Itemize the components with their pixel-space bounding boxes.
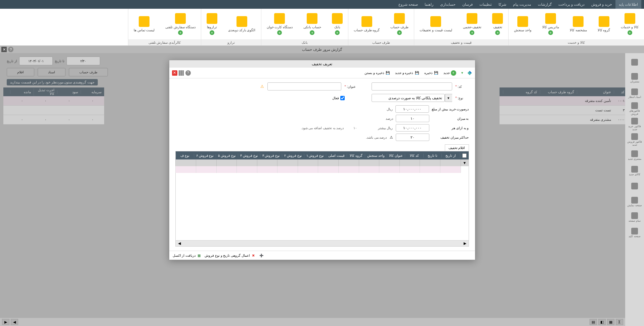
from-date-input[interactable] [19, 57, 53, 65]
ribbon-item[interactable]: بانک+ [327, 9, 348, 39]
menu-item[interactable]: تنظیمات [476, 0, 495, 9]
status-btn[interactable]: ▦ [607, 319, 614, 325]
to-date-input[interactable] [67, 57, 100, 65]
type-value[interactable] [372, 94, 445, 102]
sidebar-item[interactable]: فاکتور خرید جدید [627, 117, 643, 132]
grid-column-header[interactable]: از تاریخ [441, 154, 460, 157]
status-btn[interactable]: Σ [616, 319, 623, 325]
menu-item[interactable]: حسابداری [437, 0, 459, 9]
filter-icon[interactable]: ▼ [461, 159, 469, 166]
sidebar-item[interactable]: تمام صفحه [627, 210, 643, 225]
plus-icon[interactable]: + [277, 30, 282, 35]
ribbon-item[interactable]: گروه طرف حساب [348, 9, 385, 39]
sidebar-item[interactable]: اسناد انتظار [627, 86, 643, 101]
ribbon-item[interactable]: ترازوها+ [201, 9, 223, 39]
ribbon-item[interactable]: الگوی بارکد دوبعدی [223, 9, 261, 39]
new-button[interactable]: +جدید [442, 69, 458, 77]
apply-group-button[interactable]: ✖ اعمال گروهی تاریخ و نوع فروش [205, 253, 256, 258]
ribbon-item[interactable]: لیست تماس ها [128, 9, 160, 39]
ribbon-item[interactable]: تخفیف حجمی+ [458, 9, 487, 39]
amount-input[interactable] [395, 105, 429, 113]
ribbon-item[interactable]: طرف حساب+ [385, 9, 414, 39]
plus-icon[interactable]: + [178, 30, 183, 35]
chevron-down-icon[interactable]: ▾ [460, 70, 465, 76]
plus-icon[interactable]: + [628, 30, 632, 35]
status-btn[interactable]: ◀ [11, 319, 18, 325]
grid-column-header[interactable]: عنوان کالا [387, 154, 405, 157]
sidebar-item[interactable]: مشتریان [627, 71, 643, 85]
barcode-icon[interactable] [179, 70, 184, 76]
add-row-icon[interactable]: ➕ [259, 253, 264, 258]
ribbon-item[interactable]: حساب بانکی+ [298, 9, 327, 39]
close-icon[interactable]: ✕ [172, 70, 177, 76]
ribbon-item[interactable]: ماتریس کالا+ [537, 9, 564, 39]
report-type-button[interactable]: طرف حساب [69, 68, 108, 76]
ribbon-item[interactable]: گروه کالا [592, 9, 616, 39]
report-type-button[interactable]: اسناد [38, 68, 66, 76]
grid-column-header[interactable]: نوع ف [176, 154, 194, 157]
type-select[interactable]: ▾ [372, 94, 452, 102]
menu-item[interactable]: شرکا [495, 0, 510, 9]
menu-item[interactable]: اطلاعات پایه [615, 0, 641, 9]
menu-item[interactable]: فرسان [459, 0, 476, 9]
grid-column-header[interactable]: واحد سنجش [365, 154, 387, 157]
percent-input[interactable] [396, 115, 429, 122]
save-close-button[interactable]: 💾ذخیره و بستن [363, 69, 392, 77]
excel-import-button[interactable]: ▦ دریافت از اکسل [173, 253, 202, 258]
grid-column-header[interactable]: گروه کالا [347, 154, 365, 157]
menu-item[interactable]: خرید و فروش [588, 0, 615, 9]
save-new-button[interactable]: 💾ذخیره و جدید [394, 69, 421, 77]
report-type-button[interactable]: اقلام [7, 68, 34, 76]
scroll-right-icon[interactable]: ▶ [463, 241, 467, 246]
active-checkbox[interactable]: فعال [332, 96, 345, 100]
sidebar-item[interactable]: فاکتورهای فروش [627, 102, 643, 116]
save-button[interactable]: 💾ذخیره [423, 69, 440, 77]
close-icon[interactable]: ✕ [1, 47, 7, 52]
status-btn[interactable]: ▶ [2, 319, 9, 325]
scroll-left-icon[interactable]: ◀ [177, 241, 182, 246]
grid-column-header[interactable]: نوع فروش ۲ [282, 154, 304, 157]
status-btn[interactable]: ◧ [598, 319, 606, 325]
max-input[interactable] [396, 134, 429, 141]
plus-icon[interactable]: + [310, 30, 314, 35]
grid-column-header[interactable]: تا تاریخ [423, 154, 441, 157]
sidebar-item[interactable] [627, 55, 643, 70]
grid-column-header[interactable]: نوع فروش ۵ [216, 154, 238, 157]
ribbon-item[interactable]: مشخصه کالا [564, 9, 592, 39]
sidebar-item[interactable]: مشتری جدید [627, 148, 643, 163]
active-checkbox-input[interactable] [340, 96, 345, 100]
menu-item[interactable]: راهنما [421, 0, 437, 9]
sidebar-item[interactable]: کالای جدید [627, 164, 643, 178]
table-row[interactable]: ۱۰۰۰۱تأمین کننده متفرقه [500, 96, 641, 106]
title-input[interactable] [267, 82, 341, 90]
sidebar-item[interactable]: صفحه کلید [627, 225, 643, 240]
menu-item[interactable]: مدیریت پیام [510, 0, 534, 9]
grid-empty-row[interactable] [176, 166, 469, 173]
grid-column-header[interactable]: نوع فروش ۱ [304, 154, 326, 157]
plus-icon[interactable]: + [210, 30, 214, 35]
plus-icon[interactable]: + [495, 30, 500, 35]
grid-checkbox-header[interactable] [460, 153, 469, 158]
plus-icon[interactable]: + [397, 30, 402, 35]
grid-column-header[interactable]: نوع فروش ۶ [194, 154, 216, 157]
sidebar-item[interactable] [627, 179, 643, 194]
plus-icon[interactable]: + [470, 30, 474, 35]
ribbon-item[interactable]: دستگاه کارت خوان+ [261, 9, 298, 39]
tab-discount-items[interactable]: اقلام تخفیف [445, 144, 469, 151]
table-row[interactable]: ۰۰۰۰مشتری متفرقه [500, 115, 641, 124]
help-icon[interactable]: ? [8, 47, 13, 52]
plus-icon[interactable]: + [335, 30, 340, 35]
status-btn[interactable]: ▤ [590, 319, 597, 325]
ribbon-item[interactable]: دستگاه سفارش تلفنی+ [160, 9, 201, 39]
sidebar-item[interactable]: فاکتور فروش جدید [627, 133, 643, 147]
ribbon-item[interactable]: واحد سنجش [509, 9, 537, 39]
table-row[interactable]: ۲۳تست تست [500, 106, 641, 115]
plus-icon[interactable]: + [548, 30, 553, 35]
grid-column-header[interactable]: قیمت اصلی [326, 154, 347, 157]
help-icon[interactable]: ? [185, 70, 191, 76]
sidebar-item[interactable]: صفحه نمایش [627, 194, 643, 209]
grid-column-header[interactable]: نوع فروش ۳ [260, 154, 282, 157]
menu-item[interactable]: صفحه شروع [395, 0, 421, 9]
menu-item[interactable]: گزارشات [534, 0, 555, 9]
grid-column-header[interactable]: نوع فروش ۴ [238, 154, 260, 157]
